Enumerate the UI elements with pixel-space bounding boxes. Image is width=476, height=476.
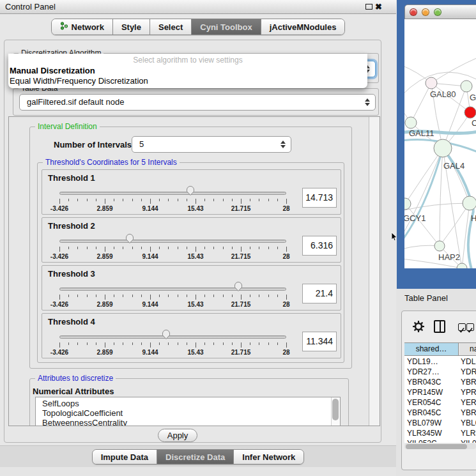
slider-tick xyxy=(213,342,214,345)
network-node[interactable] xyxy=(457,263,467,268)
table-row[interactable]: YDR27…YDR2 xyxy=(404,367,476,377)
slider-handle[interactable] xyxy=(161,328,171,340)
table-cell: YDL1 xyxy=(461,357,476,367)
dropdown-option-equal-width-frequency[interactable]: Equal Width/Frequency Discretization xyxy=(10,76,148,86)
top-tab-bar: Network Style Select Cyni Toolbox jActiv… xyxy=(0,19,396,35)
network-node[interactable] xyxy=(463,196,476,210)
tab-impute-data[interactable]: Impute Data xyxy=(93,450,157,464)
tab-discretize-data[interactable]: Discretize Data xyxy=(157,450,233,464)
slider-handle[interactable] xyxy=(233,280,243,292)
slider-scale-label: 9.144 xyxy=(142,205,158,212)
table-cell: YER0 xyxy=(461,397,476,408)
gear-icon[interactable] xyxy=(412,320,425,335)
slider-tick xyxy=(241,199,242,204)
slider-tick xyxy=(59,247,60,252)
slider-tick xyxy=(286,199,287,204)
dropdown-placeholder-option[interactable]: Select algorithm to view settings xyxy=(8,56,367,65)
list-scrollbar-track[interactable] xyxy=(331,397,340,426)
tab-select[interactable]: Select xyxy=(150,19,191,35)
zoom-light[interactable] xyxy=(434,8,441,16)
column-header-name[interactable]: na xyxy=(459,343,476,355)
slider-tick xyxy=(159,199,160,201)
network-node-label: HAP2 xyxy=(438,252,460,262)
slider-track[interactable] xyxy=(59,288,286,291)
table-cell: YLR3 xyxy=(461,428,476,438)
close-light[interactable] xyxy=(410,8,417,16)
slider-tick xyxy=(114,342,114,345)
table-row[interactable]: YIL052CYIL0 xyxy=(404,438,476,443)
table-row[interactable]: YDL19…YDL1 xyxy=(404,357,476,367)
slider-handle[interactable] xyxy=(185,185,196,196)
tab-network[interactable]: Network xyxy=(52,19,112,35)
threshold-value-field[interactable]: 11.344 xyxy=(302,332,337,351)
pane-scrollbar-track[interactable] xyxy=(369,117,380,426)
table-row[interactable]: YBR045CYBR0 xyxy=(404,408,476,418)
checkbox-checked-icon[interactable] xyxy=(458,323,466,331)
network-node[interactable] xyxy=(461,81,472,92)
network-node[interactable] xyxy=(426,77,437,89)
list-item[interactable]: SelfLoops xyxy=(36,399,340,408)
close-icon[interactable]: ✖ xyxy=(375,1,382,13)
table-hscrollbar-thumb[interactable] xyxy=(406,444,467,449)
threshold-slider[interactable]: -3.4262.8599.14415.4321.71528 xyxy=(59,170,286,215)
tab-infer-network[interactable]: Infer Network xyxy=(233,450,303,464)
tab-style[interactable]: Style xyxy=(112,19,150,35)
slider-tick xyxy=(286,295,287,300)
list-item[interactable]: TopologicalCoefficient xyxy=(36,408,340,418)
spinner-value: 5 xyxy=(139,137,144,152)
table-cell: YBR045C xyxy=(407,408,458,418)
threshold-value-field[interactable]: 21.4 xyxy=(302,284,337,303)
table-row[interactable]: YPR145WYPR1 xyxy=(404,387,476,397)
table-cell: YBR043C xyxy=(407,377,458,387)
slider-tick xyxy=(96,199,96,201)
apply-button[interactable]: Apply xyxy=(158,429,197,442)
checkbox-checked-icon[interactable] xyxy=(466,323,474,331)
slider-track[interactable] xyxy=(59,335,286,339)
table-cell: YDL19… xyxy=(407,357,458,367)
network-node-label: GCY1 xyxy=(404,213,426,223)
slider-track[interactable] xyxy=(59,240,286,243)
column-header-shared[interactable]: shared… xyxy=(404,343,459,355)
number-of-intervals-spinner[interactable]: 5 xyxy=(132,136,291,153)
slider-tick xyxy=(123,295,123,297)
split-columns-icon[interactable] xyxy=(434,320,445,333)
slider-handle[interactable] xyxy=(125,233,135,244)
table-cell: YDR2 xyxy=(461,367,476,377)
threshold-slider[interactable]: -3.4262.8599.14415.4321.71528 xyxy=(59,266,286,311)
tab-label: Cyni Toolbox xyxy=(200,22,252,32)
slider-tick xyxy=(241,342,242,348)
minimize-light[interactable] xyxy=(422,8,429,16)
network-canvas[interactable]: GAL80GACGAL11GAL4GCY1HHAP2 xyxy=(404,19,476,268)
table-row[interactable]: YER054CYER0 xyxy=(404,397,476,408)
network-node[interactable] xyxy=(434,139,452,157)
list-item[interactable]: BetweennessCentrality xyxy=(36,418,340,426)
threshold-value-field[interactable]: 6.316 xyxy=(302,236,337,256)
table-row[interactable]: YBL079WYBL0 xyxy=(404,418,476,428)
network-node[interactable] xyxy=(434,241,445,251)
network-node[interactable] xyxy=(404,198,411,210)
slider-track[interactable] xyxy=(59,192,286,195)
float-window-icon[interactable] xyxy=(365,4,372,10)
tab-cyni-toolbox[interactable]: Cyni Toolbox xyxy=(191,19,260,35)
slider-tick xyxy=(132,295,133,297)
network-node[interactable] xyxy=(405,117,417,128)
network-window-titlebar[interactable] xyxy=(404,4,476,19)
threshold-slider[interactable]: -3.4262.8599.14415.4321.71528 xyxy=(59,314,286,359)
table-data-combobox[interactable]: galFiltered.sif default node xyxy=(19,94,376,111)
dropdown-option-manual-discretization[interactable]: Manual Discretization xyxy=(10,66,95,75)
slider-tick xyxy=(159,342,160,345)
slider-tick xyxy=(204,342,205,345)
table-hscrollbar-track[interactable] xyxy=(404,443,476,449)
list-scrollbar-thumb[interactable] xyxy=(332,399,339,420)
table-body: YDL19…YDL1YDR27…YDR2YBR043CYBR0YPR145WYP… xyxy=(404,356,476,443)
table-row[interactable]: YLR345WYLR3 xyxy=(404,428,476,438)
threshold-slider[interactable]: -3.4262.8599.14415.4321.71528 xyxy=(59,218,286,263)
slider-tick xyxy=(105,199,105,204)
threshold-value-field[interactable]: 14.713 xyxy=(302,188,337,208)
slider-tick xyxy=(204,295,205,297)
network-node[interactable] xyxy=(464,107,476,118)
slider-tick xyxy=(87,342,88,345)
tab-jactivemnodules[interactable]: jActiveMNodules xyxy=(261,19,345,35)
panel-title: Control Panel xyxy=(5,0,56,14)
table-row[interactable]: YBR043CYBR0 xyxy=(404,377,476,387)
